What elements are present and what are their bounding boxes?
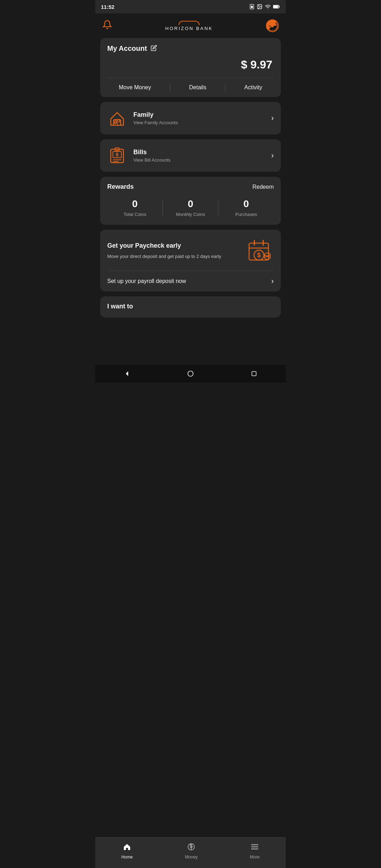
svg-point-8 <box>271 24 274 27</box>
bills-text: Bills View Bill Accounts <box>133 149 271 163</box>
svg-point-26 <box>265 253 270 256</box>
svg-rect-6 <box>273 5 278 8</box>
monthly-coins-value: 0 <box>163 198 218 210</box>
paycheck-icon: $ <box>246 237 274 265</box>
account-actions: Move Money Details Activity <box>107 78 274 97</box>
account-header: My Account <box>107 44 274 53</box>
family-icon <box>107 108 127 128</box>
action-divider-1 <box>170 83 170 92</box>
paycheck-card: Get your Paycheck early Move your direct… <box>100 230 281 291</box>
family-arrow-icon: › <box>271 114 274 123</box>
battery-icon <box>273 4 280 9</box>
paycheck-action-row[interactable]: Set up your payroll deposit now › <box>100 271 281 291</box>
bills-arrow-icon: › <box>271 151 274 160</box>
svg-rect-34 <box>252 372 256 376</box>
iwantto-card: I want to <box>100 296 281 318</box>
android-home-button[interactable] <box>186 369 195 378</box>
status-icons <box>249 4 280 10</box>
purchases-value: 0 <box>218 198 274 210</box>
bills-title: Bills <box>133 149 271 156</box>
svg-text:$: $ <box>116 152 119 157</box>
wifi-icon <box>265 4 271 10</box>
purchases-label: Purchases <box>218 212 274 217</box>
svg-point-3 <box>259 6 259 6</box>
rewards-header: Rewards Redeem <box>107 183 274 191</box>
android-nav-bar <box>95 365 286 382</box>
move-money-button[interactable]: Move Money <box>115 83 156 92</box>
iwantto-title: I want to <box>107 303 274 310</box>
bank-logo: HORIZON BANK <box>165 21 213 31</box>
paycheck-text: Get your Paycheck early Move your direct… <box>107 242 240 260</box>
paycheck-action-arrow: › <box>271 277 274 286</box>
family-subtitle: View Family Accounts <box>133 120 271 125</box>
svg-marker-32 <box>126 371 128 376</box>
monthly-coins-label: Monthly Coins <box>163 212 218 217</box>
paycheck-top: Get your Paycheck early Move your direct… <box>100 230 281 271</box>
details-button[interactable]: Details <box>185 83 211 92</box>
bell-icon[interactable] <box>102 20 112 32</box>
total-coins-stat: 0 Total Coins <box>107 198 163 217</box>
svg-point-23 <box>265 257 270 259</box>
svg-point-9 <box>115 121 117 123</box>
profile-icon[interactable] <box>266 19 279 32</box>
redeem-button[interactable]: Redeem <box>253 184 274 190</box>
monthly-coins-stat: 0 Monthly Coins <box>163 198 218 217</box>
paycheck-desc: Move your direct deposit and get paid up… <box>107 253 240 260</box>
family-card[interactable]: Family View Family Accounts › <box>100 102 281 134</box>
header: HORIZON BANK <box>95 13 286 38</box>
status-bar: 11:52 <box>95 0 286 13</box>
family-text: Family View Family Accounts <box>133 111 271 125</box>
android-back-button[interactable] <box>123 369 131 378</box>
rewards-stats: 0 Total Coins 0 Monthly Coins 0 Purchase… <box>107 198 274 217</box>
paycheck-action-label: Set up your payroll deposit now <box>107 278 186 284</box>
rewards-card: Rewards Redeem 0 Total Coins 0 Monthly C… <box>100 177 281 225</box>
svg-point-33 <box>188 371 193 376</box>
action-divider-2 <box>225 83 225 92</box>
gallery-icon <box>257 4 262 10</box>
svg-text:$: $ <box>257 252 261 259</box>
activity-button[interactable]: Activity <box>240 83 267 92</box>
account-balance: $ 9.97 <box>107 58 274 71</box>
svg-rect-5 <box>279 6 279 7</box>
account-card: My Account $ 9.97 Move Money Details Act… <box>100 38 281 97</box>
bank-name: HORIZON BANK <box>165 26 213 31</box>
svg-rect-1 <box>251 6 253 8</box>
bills-nav-row[interactable]: $ Bills View Bill Accounts › <box>100 139 281 172</box>
total-coins-value: 0 <box>107 198 163 210</box>
purchases-stat: 0 Purchases <box>218 198 274 217</box>
family-title: Family <box>133 111 271 119</box>
bills-icon: $ <box>107 146 127 165</box>
bank-logo-arc <box>179 21 200 25</box>
bills-subtitle: View Bill Accounts <box>133 157 271 163</box>
family-nav-row[interactable]: Family View Family Accounts › <box>100 102 281 134</box>
rewards-title: Rewards <box>107 183 134 191</box>
sim-icon <box>249 4 255 10</box>
total-coins-label: Total Coins <box>107 212 163 217</box>
paycheck-title: Get your Paycheck early <box>107 242 240 249</box>
android-recents-button[interactable] <box>250 369 258 378</box>
edit-icon[interactable] <box>151 45 157 53</box>
svg-point-10 <box>117 120 120 122</box>
account-title: My Account <box>107 44 147 53</box>
bills-card[interactable]: $ Bills View Bill Accounts › <box>100 139 281 172</box>
status-time: 11:52 <box>101 4 114 10</box>
